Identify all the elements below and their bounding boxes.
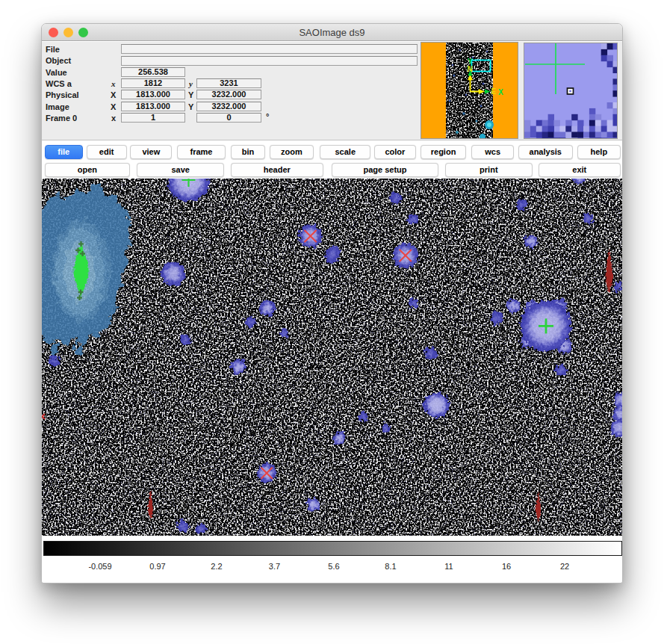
svg-text:X: X [498, 88, 503, 96]
svg-text:N: N [468, 65, 473, 73]
svg-text:Y: Y [468, 58, 473, 66]
svg-text:E: E [491, 87, 497, 96]
